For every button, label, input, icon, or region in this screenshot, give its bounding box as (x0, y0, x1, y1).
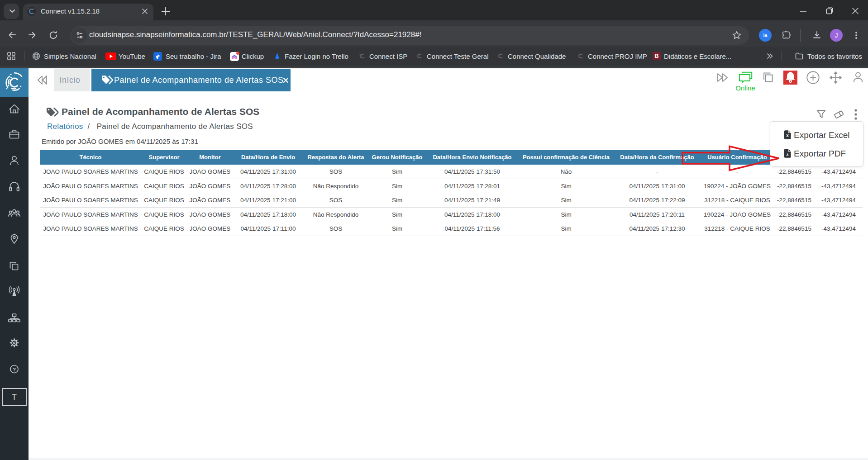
svg-text:?: ? (13, 367, 16, 372)
svg-text:x: x (786, 133, 789, 138)
svg-text:λ: λ (786, 152, 789, 157)
